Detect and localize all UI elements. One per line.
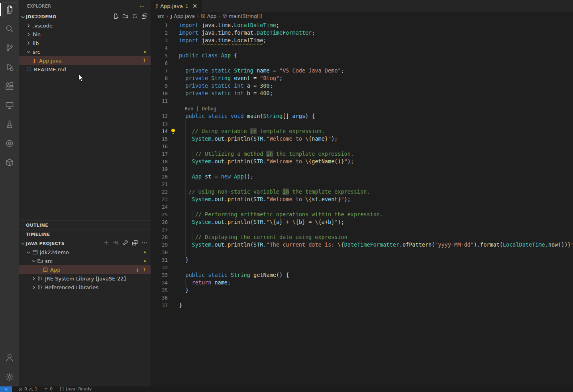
code-line-13[interactable]: 13 [151,120,573,127]
code-line-30[interactable]: 30 [151,249,573,256]
chevron-right-icon [26,23,31,29]
tree-item-jdk22demo[interactable]: jdk22demo [19,248,151,257]
tree-item-label: README.md [34,67,66,73]
code-line-5[interactable]: 5public class App { [151,52,573,59]
code-line-16[interactable]: 16 [151,143,573,150]
code-line-23[interactable]: 23 System.out.println(STR."Welcome to \{… [151,196,573,203]
new-file-button[interactable] [113,13,119,20]
ports-status[interactable]: 0 [44,386,53,392]
activity-item-java-extension[interactable] [0,134,19,153]
code-line-20[interactable]: 20 App st = new App(); [151,173,573,180]
indent-guide [185,188,186,196]
activity-item-run-and-debug[interactable] [0,57,19,76]
code-line-6[interactable]: 6 [151,59,573,67]
code-line-27[interactable]: 27 [151,226,573,233]
tree-item-app[interactable]: App+1 [19,265,151,274]
activity-item-remote-explorer[interactable] [0,96,19,115]
code-line-19[interactable]: 19 [151,165,573,173]
wrench-button[interactable] [122,240,128,247]
activity-item-search[interactable] [0,19,19,38]
tree-item-readme-md[interactable]: ⓘREADME.md [19,65,151,74]
activity-item-settings[interactable] [0,367,19,386]
tree-item-src[interactable]: src [19,257,151,265]
codelens-debug-link[interactable]: Debug [202,106,216,112]
error-count: 0 [24,386,27,392]
refresh-button[interactable] [132,13,138,20]
activity-item-testing[interactable] [0,115,19,134]
tree-item-decorations: +1 [135,267,146,273]
plus-button[interactable] [103,240,109,247]
remote-indicator[interactable] [0,386,12,392]
java-language-status[interactable]: { } Java: Ready [59,386,92,392]
activity-item-extensions[interactable] [0,76,19,96]
code-line-12[interactable]: 12 public static void main(String[] args… [151,112,573,120]
section-header-timeline[interactable]: TIMELINE [19,229,151,239]
tree-item-app-java[interactable]: JApp.java1 [19,56,151,65]
code-line-2[interactable]: 2import java.time.format.DateTimeFormatt… [151,29,573,37]
line-number: 35 [151,286,168,294]
codelens-run-link[interactable]: Run [184,106,193,112]
problems-status[interactable]: 0 1 [18,386,37,392]
more-button[interactable] [141,240,147,247]
code-line-11[interactable]: 11 [151,97,573,105]
goto-button[interactable] [113,240,119,247]
tree-item-vscode[interactable]: .vscode [19,21,151,30]
code-line-34[interactable]: 34 return name; [151,279,573,286]
code-line-31[interactable]: 31 } [151,256,573,264]
explorer-more-actions-icon[interactable]: ⋯ [139,3,145,10]
code-line-24[interactable]: 24 [151,203,573,211]
code-line-22[interactable]: 22 // Using non-static variable in the t… [151,188,573,196]
indent-guide [185,211,186,218]
breadcrumb-item-app-java[interactable]: JApp.java [170,14,195,19]
section-header-outline[interactable]: OUTLINE [19,220,151,229]
lightbulb-icon[interactable] [171,129,175,132]
tab-app-java[interactable]: J App.java 1 × [151,0,202,12]
code-line-1[interactable]: 1import java.time.LocalDateTime; [151,22,573,29]
code-line-15[interactable]: 15 System.out.println(STR."Welcome to \{… [151,135,573,143]
code-editor[interactable]: 1import java.time.LocalDateTime;2import … [151,21,573,386]
activity-item-explorer[interactable] [0,0,19,19]
activity-item-source-control[interactable] [0,38,19,57]
collapse-all-button[interactable] [141,13,147,20]
code-line-7[interactable]: 7 private static String name = "VS Code … [151,67,573,74]
code-line-36[interactable]: 36 [151,294,573,302]
line-number: 1 [151,22,168,29]
tree-item-referenced-libraries[interactable]: Referenced Libraries [19,283,151,292]
code-text: // Using variable in template expression… [179,128,325,134]
code-line-29[interactable]: 29 System.out.println(STR."The current d… [151,241,573,249]
code-line-4[interactable]: 4 [151,44,573,52]
activity-item-accounts[interactable] [0,348,19,367]
tab-close-icon[interactable]: × [192,2,198,10]
tree-item-bin[interactable]: bin [19,30,151,39]
breadcrumb-item-main-string[interactable]: main(String[]) [222,14,263,20]
indent-guide [185,143,186,150]
class-icon [43,267,48,272]
code-line-37[interactable]: 37} [151,302,573,309]
new-folder-button[interactable] [122,13,128,20]
section-header-project[interactable]: JDK22DEMO [19,12,151,21]
code-line-9[interactable]: 9 private static int a = 300; [151,82,573,90]
code-line-3[interactable]: 3import java.time.LocalTime; [151,37,573,44]
tree-item-jre-system-library-javase-22[interactable]: JRE System Library [JavaSE-22] [19,274,151,283]
tree-item-src[interactable]: src [19,47,151,56]
section-header-java-projects[interactable]: JAVA PROJECTS [19,239,151,248]
code-line-33[interactable]: 33 public static String getName() { [151,271,573,279]
code-line-8[interactable]: 8 private String event = "Blog"; [151,74,573,82]
code-line-25[interactable]: 25 // Performing arithmetic operations w… [151,211,573,218]
code-line-32[interactable]: 32 [151,264,573,271]
activity-item-containers[interactable] [0,153,19,172]
code-line-14[interactable]: 14 // Using variable in template express… [151,127,573,135]
code-line-28[interactable]: 28 // Displaying the current date using … [151,233,573,241]
tree-item-lib[interactable]: lib [19,39,151,47]
code-line-10[interactable]: 10 private static int b = 400; [151,90,573,97]
breadcrumb-item-app[interactable]: App [201,14,216,20]
code-line-17[interactable]: 17 // Utilizing a method in the template… [151,150,573,158]
code-line-26[interactable]: 26 System.out.println(STR."\{a} + \{b} =… [151,218,573,226]
code-line-18[interactable]: 18 System.out.println(STR."Welcome to \{… [151,158,573,165]
collapse-all-button[interactable] [132,240,138,247]
breadcrumb-item-src[interactable]: src [157,14,165,19]
code-line-21[interactable]: 21 [151,180,573,188]
tab-bar: J App.java 1 × [151,0,573,12]
code-line-35[interactable]: 35 } [151,286,573,294]
tree-item-label: App [50,267,60,273]
